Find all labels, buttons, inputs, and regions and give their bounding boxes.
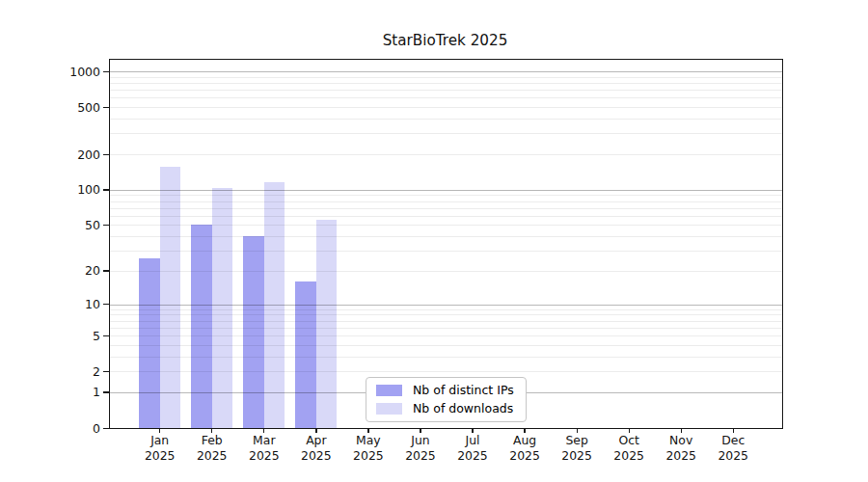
bar-distinct-ips [295, 281, 316, 428]
y-tick-label: 50 [0, 218, 100, 232]
bar-distinct-ips [191, 225, 212, 428]
minor-gridline [110, 90, 782, 91]
y-tick [103, 71, 109, 72]
legend-item-downloads: Nb of downloads [376, 402, 516, 415]
y-tick-label: 10 [0, 297, 100, 311]
minor-gridline [110, 97, 782, 98]
minor-gridline [110, 133, 782, 134]
y-tick [103, 154, 109, 155]
minor-gridline [110, 201, 782, 202]
plot-area: Nb of distinct IPs Nb of downloads [109, 59, 783, 429]
major-gridline [110, 71, 782, 72]
y-tick-label: 0 [0, 421, 100, 436]
minor-gridline [110, 154, 782, 155]
x-tick-label: Dec 2025 [702, 433, 764, 464]
y-tick-label: 1 [0, 385, 100, 399]
legend-swatch-downloads [376, 403, 402, 415]
minor-gridline [110, 195, 782, 196]
y-tick-label: 500 [0, 100, 100, 115]
legend-label-downloads: Nb of downloads [413, 402, 513, 415]
bar-downloads [264, 182, 285, 428]
bar-downloads [160, 167, 181, 428]
y-tick [103, 428, 109, 429]
y-tick [103, 107, 109, 108]
download-stats-chart: StarBioTrek 2025 Nb of distinct IPs Nb o… [0, 0, 868, 482]
y-tick-label: 2 [0, 364, 100, 379]
minor-gridline [110, 77, 782, 78]
major-gridline [110, 190, 782, 191]
minor-gridline [110, 119, 782, 120]
y-tick [103, 335, 109, 336]
minor-gridline [110, 216, 782, 217]
y-tick [103, 225, 109, 226]
y-tick [103, 189, 109, 190]
minor-gridline [110, 107, 782, 108]
legend-swatch-distinct-ips [376, 385, 402, 396]
y-tick-label: 200 [0, 147, 100, 162]
bar-distinct-ips [243, 236, 264, 428]
y-tick-label: 20 [0, 263, 100, 278]
y-tick-label: 100 [0, 182, 100, 197]
y-tick [103, 371, 109, 372]
chart-title: StarBioTrek 2025 [109, 32, 781, 49]
y-tick-label: 1000 [0, 65, 100, 79]
y-tick [103, 304, 109, 305]
y-tick [103, 270, 109, 271]
bar-downloads [316, 220, 338, 428]
legend-item-distinct-ips: Nb of distinct IPs [376, 384, 516, 397]
minor-gridline [110, 83, 782, 84]
y-tick [103, 391, 109, 392]
bar-downloads [212, 188, 233, 428]
minor-gridline [110, 208, 782, 209]
legend-label-distinct-ips: Nb of distinct IPs [413, 384, 514, 397]
legend: Nb of distinct IPs Nb of downloads [366, 377, 527, 422]
y-tick-label: 5 [0, 329, 100, 343]
bar-distinct-ips [139, 258, 160, 428]
